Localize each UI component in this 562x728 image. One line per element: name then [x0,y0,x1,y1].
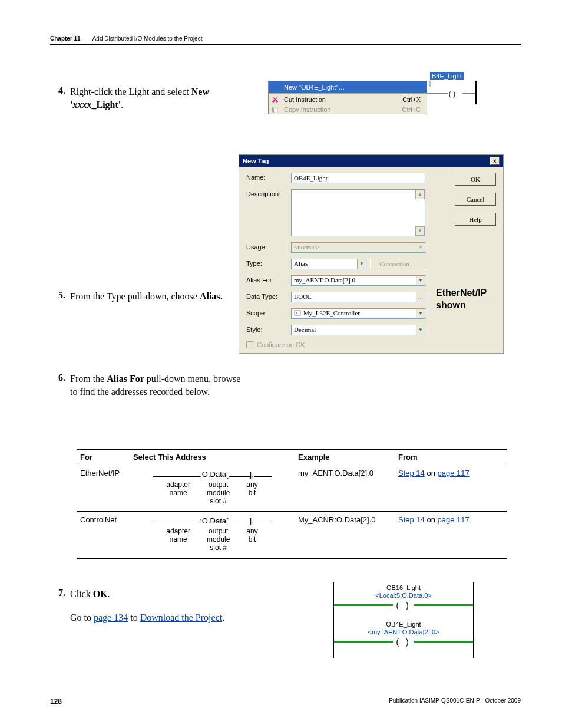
scroll-down-icon: ▼ [415,226,425,236]
svg-rect-9 [295,311,300,315]
cell-from: Step 14 on page 117 [395,512,507,558]
description-label: Description: [246,189,291,197]
connection-button: Connection… [370,259,425,269]
description-input[interactable]: ▲ ▼ [291,189,425,236]
col-for: For [77,450,130,465]
type-label: Type: [246,259,291,267]
rung1-tag: OB16_Light <Local:5:O.Data.0> [334,584,473,599]
new-tag-dialog: New Tag × OK Cancel Help Name: Descripti… [239,154,504,354]
step-4-number: 4. [50,85,70,96]
style-label: Style: [246,325,291,333]
scissors-icon [271,95,279,104]
aliasfor-label: Alias For: [246,275,291,284]
step-5-text: From the Type pull-down, choose Alias. [70,290,223,303]
step-link[interactable]: Step 14 [398,515,425,524]
coil-icon [393,601,414,609]
configure-on-ok-checkbox: Configure on OK [246,341,496,348]
ladder-fragment: ( ) [424,81,477,104]
name-label: Name: [246,173,291,181]
cell-select: :O.Data[]. adaptername outputmoduleslot … [130,512,295,558]
step-6-number: 6. [50,373,70,383]
scope-select[interactable]: My_L32E_Controller ▼ [291,308,425,319]
page-number: 128 [50,697,62,706]
aliasfor-select[interactable]: my_AENT:O.Data[2].0▼ [291,275,425,286]
publication-info: Publication IASIMP-QS001C-EN-P - October… [389,697,521,706]
chevron-down-icon[interactable]: ▼ [416,276,425,285]
annotation: EtherNet/IP shown [436,287,487,312]
chapter-title: Add Distributed I/O Modules to the Proje… [92,35,203,42]
cell-for: EtherNet/IP [77,465,130,512]
step-link[interactable]: Step 14 [398,469,425,477]
svg-rect-8 [274,108,277,113]
download-link[interactable]: Download the Project [140,612,223,622]
chevron-down-icon[interactable]: ▼ [416,325,425,335]
cell-example: my_AENT:O.Data[2].0 [295,465,395,512]
style-select[interactable]: Decimal▼ [291,325,425,335]
table-row: ControlNet :O.Data[]. adaptername output… [77,512,507,558]
ladder-diagram: OB16_Light <Local:5:O.Data.0> OB4E_Light… [333,582,474,658]
rung2-tag: OB4E_Light <my_AENT:O.Data[2].0> [334,621,473,636]
coil-icon [393,637,414,645]
cell-for: ControlNet [77,512,130,558]
page-link[interactable]: page 134 [94,612,128,622]
usage-label: Usage: [246,242,291,251]
copy-icon [271,106,279,114]
step-7-number: 7. [50,588,70,598]
type-select[interactable]: Alias▼ [291,259,366,269]
step-7-text: Click OK. [70,588,110,601]
step-4-text: Right-click the Light and select New 'xx… [70,85,247,111]
table-row: EtherNet/IP :O.Data[]. adaptername outpu… [77,465,507,512]
scroll-up-icon: ▲ [415,190,425,199]
step-6-text: From the Alias For pull-down menu, brows… [70,373,247,398]
menu-copy[interactable]: Copy Instruction Ctrl+C [269,106,427,114]
page-link[interactable]: page 117 [438,469,470,477]
name-input[interactable] [291,173,425,183]
svg-text:( ): ( ) [449,90,455,98]
dialog-title: New Tag [243,157,269,164]
chevron-down-icon[interactable]: ▼ [416,309,425,318]
datatype-field[interactable]: BOOL … [291,292,425,302]
col-select: Select This Address [130,450,295,465]
help-button[interactable]: Help [455,213,496,226]
selected-tag-label: B4E_Light [430,72,464,80]
cell-from: Step 14 on page 117 [395,465,507,512]
chevron-down-icon[interactable]: ▼ [357,259,366,269]
col-example: Example [295,450,395,465]
chapter-label: Chapter 11 [50,35,81,42]
cancel-button[interactable]: Cancel [455,193,496,206]
datatype-label: Data Type: [246,292,291,300]
scope-label: Scope: [246,308,291,317]
chevron-down-icon: ▼ [416,243,425,252]
ellipsis-icon[interactable]: … [416,292,425,302]
col-from: From [395,450,507,465]
menu-new-tag[interactable]: New "OB4E_Light"… [269,81,427,93]
menu-cut[interactable]: Cut Instruction Ctrl+X [269,94,427,106]
continuation-text: Go to page 134 to Download the Project. [70,611,224,624]
svg-rect-10 [296,312,297,314]
close-icon[interactable]: × [490,157,500,165]
cell-select: :O.Data[]. adaptername outputmoduleslot … [130,465,295,512]
usage-select: <normal>▼ [291,242,425,253]
ok-button[interactable]: OK [455,173,496,186]
checkbox-icon [246,341,253,348]
header-rule [50,44,521,45]
controller-icon [294,309,301,317]
step-5-number: 5. [50,290,70,301]
page-link[interactable]: page 117 [438,515,470,524]
address-table: For Select This Address Example From Eth… [77,449,507,559]
cell-example: My_ACNR:O.Data[2].0 [295,512,395,558]
context-menu: New "OB4E_Light"… Cut Instruction Ctrl+X… [268,81,427,114]
